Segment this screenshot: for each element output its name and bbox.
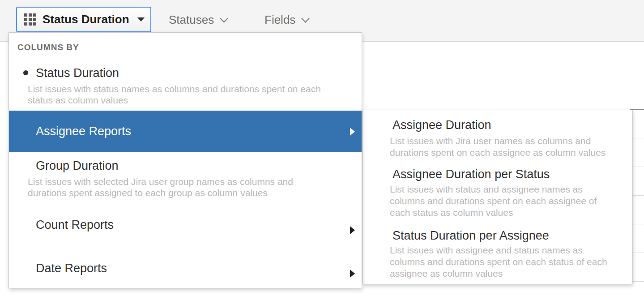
- report-type-button[interactable]: Status Duration: [16, 7, 151, 32]
- fields-menu-trigger[interactable]: Fields: [264, 13, 308, 27]
- columns-by-dropdown-panel: COLUMNS BY Status Duration List issues w…: [9, 32, 362, 288]
- menu-item-date-reports[interactable]: Date Reports: [9, 257, 362, 293]
- menu-item-title: Count Reports: [36, 218, 114, 232]
- section-header: COLUMNS BY: [17, 43, 79, 52]
- menu-item-title: Date Reports: [36, 262, 107, 275]
- menu-item-description: List issues with Jira user names as colu…: [390, 135, 634, 159]
- menu-item-description: List issues with assignee and status nam…: [390, 245, 634, 279]
- menu-item-title: Group Duration: [36, 159, 119, 173]
- report-type-button-label: Status Duration: [43, 13, 129, 26]
- menu-item-group-duration[interactable]: Group Duration List issues with selected…: [9, 156, 362, 206]
- submenu-item-status-duration-per-assignee[interactable]: Status Duration per Assignee List issues…: [363, 226, 632, 282]
- chevron-down-icon: [302, 14, 310, 22]
- menu-item-title: Status Duration per Assignee: [392, 229, 549, 243]
- caret-down-icon: [137, 17, 145, 21]
- menu-item-count-reports[interactable]: Count Reports: [9, 214, 362, 250]
- submenu-arrow-icon: [350, 270, 355, 278]
- menu-item-title: Assignee Reports: [36, 124, 131, 138]
- submenu-item-assignee-duration[interactable]: Assignee Duration List issues with Jira …: [363, 116, 632, 164]
- radio-selected-icon: [23, 70, 28, 75]
- statuses-menu-label: Statuses: [169, 13, 214, 27]
- menu-item-status-duration[interactable]: Status Duration List issues with status …: [9, 63, 362, 109]
- menu-item-title: Status Duration: [36, 66, 119, 80]
- statuses-menu-trigger[interactable]: Statuses: [169, 13, 227, 27]
- submenu-item-assignee-duration-per-status[interactable]: Assignee Duration per Status List issues…: [363, 165, 632, 226]
- menu-item-description: List issues with status names as columns…: [28, 83, 354, 106]
- submenu-arrow-icon: [350, 128, 355, 136]
- menu-item-title: Assignee Duration per Status: [392, 167, 550, 181]
- menu-item-description: List issues with selected Jira user grou…: [28, 176, 354, 198]
- menu-item-assignee-reports[interactable]: Assignee Reports: [9, 111, 362, 152]
- grid-icon: [24, 13, 36, 26]
- submenu-arrow-icon: [350, 226, 355, 234]
- assignee-reports-submenu-panel: Assignee Duration List issues with Jira …: [363, 110, 633, 284]
- menu-item-description: List issues with status and assignee nam…: [390, 184, 634, 219]
- fields-menu-label: Fields: [264, 13, 295, 27]
- chevron-down-icon: [220, 14, 228, 22]
- menu-item-title: Assignee Duration: [392, 118, 491, 132]
